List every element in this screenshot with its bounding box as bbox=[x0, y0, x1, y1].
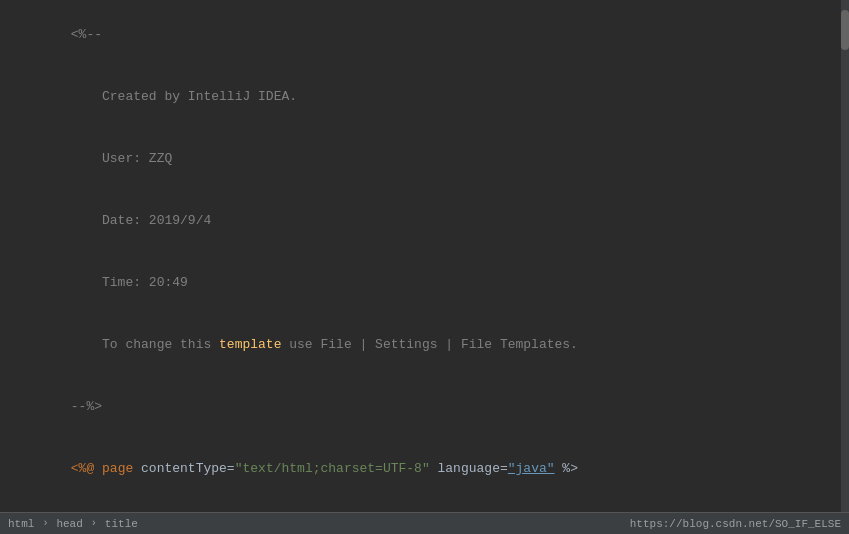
breadcrumb-sep-2: › bbox=[91, 518, 97, 529]
comment-text: To change this template use File | Setti… bbox=[71, 337, 578, 352]
breadcrumb-title[interactable]: title bbox=[105, 518, 138, 530]
line-content: Time: 20:49 bbox=[20, 253, 849, 313]
string-val: "text/html;charset=UTF-8" bbox=[235, 461, 430, 476]
line-content: <%@ page contentType="text/html;charset=… bbox=[20, 439, 849, 499]
code-line: Time: 20:49 bbox=[0, 252, 849, 314]
line-content: <!DOCTYPE HTML PUBLIC "-//W3C//DTD HTML … bbox=[20, 501, 849, 512]
status-link: https://blog.csdn.net/SO_IF_ELSE bbox=[630, 518, 841, 530]
code-line: Created by IntelliJ IDEA. bbox=[0, 66, 849, 128]
comment-text: Time: 20:49 bbox=[71, 275, 188, 290]
scrollbar-track[interactable] bbox=[841, 0, 849, 512]
comment-text: <%-- bbox=[71, 27, 102, 42]
breadcrumb-head[interactable]: head bbox=[56, 518, 82, 530]
code-line: <%-- bbox=[0, 4, 849, 66]
comment-text: Date: 2019/9/4 bbox=[71, 213, 211, 228]
breadcrumb-html[interactable]: html bbox=[8, 518, 34, 530]
lang-val: "java" bbox=[508, 461, 555, 476]
comment-text: User: ZZQ bbox=[71, 151, 172, 166]
code-editor[interactable]: <%-- Created by IntelliJ IDEA. User: ZZQ… bbox=[0, 0, 849, 512]
jsp-keyword: page bbox=[102, 461, 133, 476]
breadcrumb-sep-1: › bbox=[42, 518, 48, 529]
comment-text: --%> bbox=[71, 399, 102, 414]
line-content: To change this template use File | Setti… bbox=[20, 315, 849, 375]
line-content: --%> bbox=[20, 377, 849, 437]
code-line: Date: 2019/9/4 bbox=[0, 190, 849, 252]
line-content: Date: 2019/9/4 bbox=[20, 191, 849, 251]
code-line: User: ZZQ bbox=[0, 128, 849, 190]
scrollbar-thumb[interactable] bbox=[841, 10, 849, 50]
code-line: <%@ page contentType="text/html;charset=… bbox=[0, 438, 849, 500]
line-content: <%-- bbox=[20, 5, 849, 65]
code-line: <!DOCTYPE HTML PUBLIC "-//W3C//DTD HTML … bbox=[0, 500, 849, 512]
status-bar: html › head › title https://blog.csdn.ne… bbox=[0, 512, 849, 534]
code-text: contentType= bbox=[133, 461, 234, 476]
code-line: To change this template use File | Setti… bbox=[0, 314, 849, 376]
comment-text: Created by IntelliJ IDEA. bbox=[71, 89, 297, 104]
line-content: Created by IntelliJ IDEA. bbox=[20, 67, 849, 127]
line-content: User: ZZQ bbox=[20, 129, 849, 189]
code-text: language= bbox=[430, 461, 508, 476]
jsp-tag: <%@ bbox=[71, 461, 102, 476]
code-text: %> bbox=[555, 461, 578, 476]
code-line: --%> bbox=[0, 376, 849, 438]
breadcrumb: html › head › title bbox=[8, 518, 138, 530]
